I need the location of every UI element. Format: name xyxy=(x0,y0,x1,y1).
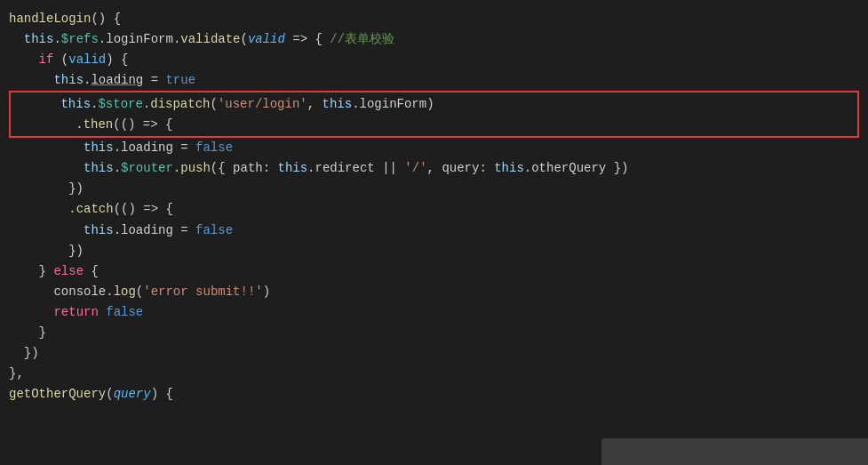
code-line-13: } else { xyxy=(0,261,868,282)
code-line-2: this.$refs.loginForm.validate(valid => {… xyxy=(0,29,868,50)
code-line-8: this.$router.push({ path: this.redirect … xyxy=(0,158,868,179)
code-line-17: }) xyxy=(0,343,868,364)
code-line-16: } xyxy=(0,323,868,343)
code-line-14: console.log('error submit!!') xyxy=(0,282,868,302)
code-editor: handleLogin() { this.$refs.loginForm.val… xyxy=(0,0,868,465)
code-line-11: this.loading = false xyxy=(0,220,868,241)
status-bar xyxy=(601,438,868,465)
code-line-3: if (valid) { xyxy=(0,50,868,70)
code-line-12: }) xyxy=(0,241,868,261)
highlighted-dispatch-block: this.$store.dispatch('user/login', this.… xyxy=(9,91,859,138)
code-line-15: return false xyxy=(0,302,868,323)
code-line-10: .catch(() => { xyxy=(0,199,868,220)
code-line-18: }, xyxy=(0,364,868,384)
code-line-1: handleLogin() { xyxy=(0,9,868,29)
code-line-9: }) xyxy=(0,179,868,199)
code-line-7: this.loading = false xyxy=(0,138,868,158)
code-line-19: getOtherQuery(query) { xyxy=(0,384,868,405)
code-line-4: this.loading = true xyxy=(0,70,868,91)
